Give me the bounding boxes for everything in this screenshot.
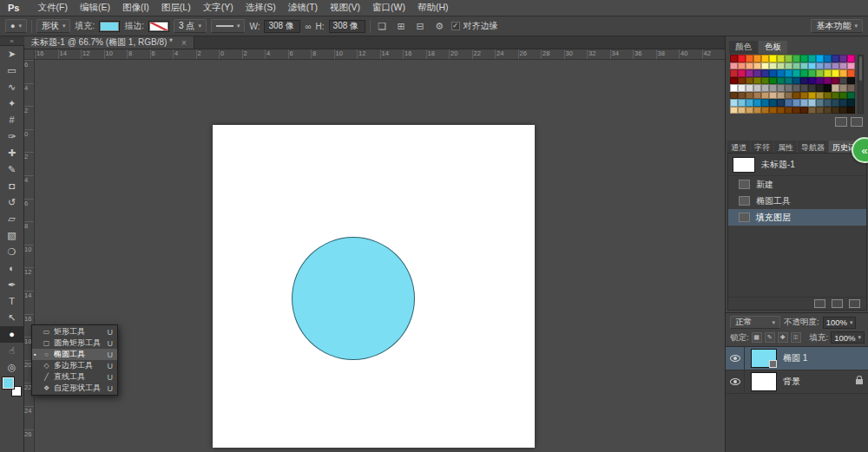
layer-thumbnail[interactable] bbox=[751, 372, 777, 391]
color-swatch[interactable] bbox=[761, 92, 769, 100]
brush-tool[interactable]: ✎ bbox=[0, 161, 24, 178]
color-swatch[interactable] bbox=[753, 55, 761, 62]
color-swatch[interactable] bbox=[738, 77, 746, 85]
color-swatch[interactable] bbox=[808, 77, 816, 85]
color-swatch[interactable] bbox=[738, 62, 746, 70]
color-tab[interactable]: 颜色 bbox=[729, 41, 758, 54]
color-swatch[interactable] bbox=[847, 77, 855, 85]
stroke-color-swatch[interactable] bbox=[148, 21, 169, 32]
rounded-rectangle-tool-item[interactable]: ▪ ▢ 圆角矩形工具 U bbox=[32, 337, 117, 349]
dodge-tool[interactable]: ◐ bbox=[0, 260, 24, 277]
color-swatch[interactable] bbox=[824, 92, 832, 100]
delete-state-icon[interactable] bbox=[849, 299, 860, 308]
blur-tool[interactable]: ❍ bbox=[0, 244, 24, 260]
menu-item[interactable]: 图层(L) bbox=[155, 0, 197, 16]
menu-item[interactable]: 选择(S) bbox=[240, 0, 282, 16]
color-swatch[interactable] bbox=[816, 107, 824, 115]
color-swatch[interactable] bbox=[824, 69, 832, 77]
close-tab-icon[interactable]: × bbox=[181, 38, 187, 48]
quick-selection-tool[interactable]: ✦ bbox=[0, 95, 24, 112]
color-swatch[interactable] bbox=[746, 92, 753, 100]
fill-color-swatch[interactable] bbox=[99, 21, 120, 32]
align-edges-checkbox[interactable]: ✓ 对齐边缘 bbox=[451, 20, 498, 32]
stroke-style-dropdown[interactable]: ▾ bbox=[211, 19, 246, 33]
color-swatch[interactable] bbox=[839, 84, 847, 92]
color-swatch[interactable] bbox=[761, 77, 769, 85]
marquee-tool[interactable]: ▭ bbox=[0, 62, 24, 79]
canvas-viewport[interactable] bbox=[35, 60, 725, 452]
color-swatch[interactable] bbox=[761, 107, 769, 115]
color-swatch[interactable] bbox=[800, 69, 808, 77]
color-swatch[interactable] bbox=[730, 84, 738, 92]
color-swatch[interactable] bbox=[761, 84, 769, 92]
color-swatch[interactable] bbox=[753, 77, 761, 85]
color-swatch[interactable] bbox=[777, 92, 785, 100]
history-step[interactable]: 新建 bbox=[728, 176, 866, 193]
color-swatch[interactable] bbox=[792, 62, 800, 70]
ellipse-tool-item[interactable]: ▪ ○ 椭圆工具 U bbox=[32, 349, 117, 360]
color-swatch[interactable] bbox=[769, 77, 777, 85]
color-swatch[interactable] bbox=[800, 62, 808, 70]
color-swatch[interactable] bbox=[769, 62, 777, 70]
color-swatch[interactable] bbox=[785, 77, 792, 85]
color-swatch[interactable] bbox=[785, 92, 792, 100]
color-swatch[interactable] bbox=[761, 69, 769, 77]
color-swatch[interactable] bbox=[847, 84, 855, 92]
color-swatch[interactable] bbox=[769, 99, 777, 107]
color-swatch[interactable] bbox=[816, 84, 824, 92]
color-swatch[interactable] bbox=[769, 55, 777, 62]
color-swatch[interactable] bbox=[816, 77, 824, 85]
lock-position-icon[interactable]: ✚ bbox=[778, 332, 788, 343]
menu-item[interactable]: 帮助(H) bbox=[411, 0, 455, 16]
menu-item[interactable]: 视图(V) bbox=[324, 0, 366, 16]
eraser-tool[interactable]: ▱ bbox=[0, 211, 24, 227]
color-swatch[interactable] bbox=[761, 99, 769, 107]
checkbox-box[interactable]: ✓ bbox=[451, 22, 460, 30]
color-swatch[interactable] bbox=[839, 92, 847, 100]
color-swatch[interactable] bbox=[832, 77, 839, 85]
color-swatch[interactable] bbox=[800, 55, 808, 62]
ellipse-shape[interactable] bbox=[292, 237, 415, 360]
color-swatch[interactable] bbox=[753, 99, 761, 107]
menu-item[interactable]: 文件(F) bbox=[31, 0, 73, 16]
color-swatch[interactable] bbox=[824, 107, 832, 115]
color-swatch[interactable] bbox=[746, 107, 753, 115]
color-swatch[interactable] bbox=[832, 107, 839, 115]
color-swatch[interactable] bbox=[839, 62, 847, 70]
layer-thumbnail[interactable] bbox=[751, 349, 777, 368]
color-swatch[interactable] bbox=[746, 69, 753, 77]
swatches-tab[interactable]: 色板 bbox=[759, 41, 787, 54]
color-swatch[interactable] bbox=[785, 69, 792, 77]
color-swatch[interactable] bbox=[769, 92, 777, 100]
color-swatch[interactable] bbox=[816, 55, 824, 62]
color-swatch[interactable] bbox=[808, 84, 816, 92]
color-swatch[interactable] bbox=[730, 107, 738, 115]
color-swatch[interactable] bbox=[746, 99, 753, 107]
color-swatch[interactable] bbox=[816, 99, 824, 107]
color-swatch[interactable] bbox=[785, 107, 792, 115]
color-swatch[interactable] bbox=[824, 62, 832, 70]
color-swatch[interactable] bbox=[761, 55, 769, 62]
color-swatch[interactable] bbox=[738, 69, 746, 77]
color-swatch[interactable] bbox=[730, 92, 738, 100]
collapse-toolbar-button[interactable]: » bbox=[0, 36, 24, 46]
color-swatch[interactable] bbox=[746, 55, 753, 62]
color-swatch[interactable] bbox=[847, 99, 855, 107]
color-swatch[interactable] bbox=[738, 107, 746, 115]
color-swatch[interactable] bbox=[746, 62, 753, 70]
color-swatch[interactable] bbox=[808, 99, 816, 107]
color-swatch[interactable] bbox=[832, 69, 839, 77]
menu-item[interactable]: 编辑(E) bbox=[74, 0, 116, 16]
color-swatch[interactable] bbox=[777, 69, 785, 77]
color-swatch[interactable] bbox=[769, 69, 777, 77]
color-swatch[interactable] bbox=[777, 55, 785, 62]
color-swatch[interactable] bbox=[847, 55, 855, 62]
color-swatch[interactable] bbox=[777, 77, 785, 85]
layer-visibility-toggle[interactable] bbox=[726, 370, 745, 393]
tool-mode-dropdown[interactable]: 形状 ▾ bbox=[36, 19, 71, 33]
color-swatch[interactable] bbox=[746, 77, 753, 85]
history-brush-tool[interactable]: ↺ bbox=[0, 194, 24, 211]
line-tool-item[interactable]: ▪ ╱ 直线工具 U bbox=[32, 371, 117, 383]
color-swatch[interactable] bbox=[792, 55, 800, 62]
color-swatch[interactable] bbox=[738, 84, 746, 92]
